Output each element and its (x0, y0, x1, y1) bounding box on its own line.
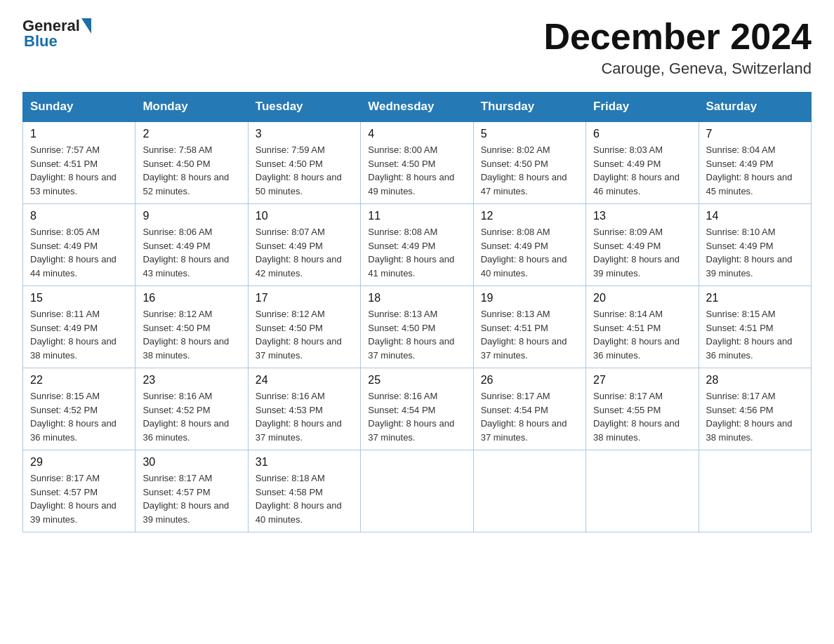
day-number: 28 (706, 374, 804, 387)
calendar-cell: 23 Sunrise: 8:16 AMSunset: 4:52 PMDaylig… (135, 368, 248, 450)
calendar-cell: 3 Sunrise: 7:59 AMSunset: 4:50 PMDayligh… (248, 121, 360, 204)
calendar-cell: 13 Sunrise: 8:09 AMSunset: 4:49 PMDaylig… (586, 204, 699, 286)
day-info: Sunrise: 8:13 AMSunset: 4:51 PMDaylight:… (481, 309, 567, 361)
calendar-cell: 19 Sunrise: 8:13 AMSunset: 4:51 PMDaylig… (473, 286, 585, 368)
day-info: Sunrise: 8:10 AMSunset: 4:49 PMDaylight:… (706, 227, 793, 279)
day-number: 8 (30, 210, 128, 222)
calendar-cell: 12 Sunrise: 8:08 AMSunset: 4:49 PMDaylig… (473, 204, 585, 286)
day-number: 18 (368, 292, 465, 304)
day-info: Sunrise: 8:14 AMSunset: 4:51 PMDaylight:… (593, 309, 680, 361)
day-number: 26 (481, 374, 578, 387)
header-friday: Friday (586, 93, 699, 122)
day-number: 19 (481, 292, 578, 304)
calendar-cell (586, 450, 699, 532)
day-info: Sunrise: 8:06 AMSunset: 4:49 PMDaylight:… (143, 227, 229, 279)
calendar-cell: 1 Sunrise: 7:57 AMSunset: 4:51 PMDayligh… (23, 121, 135, 204)
calendar-cell (699, 450, 811, 532)
day-info: Sunrise: 8:15 AMSunset: 4:52 PMDaylight:… (30, 391, 117, 443)
calendar-cell: 28 Sunrise: 8:17 AMSunset: 4:56 PMDaylig… (699, 368, 811, 450)
logo-blue-text: Blue (24, 32, 58, 51)
day-info: Sunrise: 8:04 AMSunset: 4:49 PMDaylight:… (706, 145, 793, 196)
logo: General Blue (22, 17, 93, 51)
day-info: Sunrise: 8:07 AMSunset: 4:49 PMDaylight:… (256, 227, 342, 279)
day-number: 7 (706, 128, 804, 140)
header-tuesday: Tuesday (248, 93, 360, 122)
calendar-week-row: 29 Sunrise: 8:17 AMSunset: 4:57 PMDaylig… (23, 450, 812, 532)
day-info: Sunrise: 8:15 AMSunset: 4:51 PMDaylight:… (706, 309, 793, 361)
day-info: Sunrise: 8:17 AMSunset: 4:54 PMDaylight:… (481, 391, 567, 443)
calendar-week-row: 15 Sunrise: 8:11 AMSunset: 4:49 PMDaylig… (23, 286, 812, 368)
day-info: Sunrise: 8:16 AMSunset: 4:53 PMDaylight:… (256, 391, 342, 443)
day-number: 4 (368, 128, 465, 140)
day-info: Sunrise: 8:00 AMSunset: 4:50 PMDaylight:… (368, 145, 454, 196)
page-header: General Blue December 2024 Carouge, Gene… (22, 17, 812, 78)
day-info: Sunrise: 8:08 AMSunset: 4:49 PMDaylight:… (481, 227, 567, 279)
calendar-week-row: 8 Sunrise: 8:05 AMSunset: 4:49 PMDayligh… (23, 204, 812, 286)
header-wednesday: Wednesday (361, 93, 473, 122)
day-info: Sunrise: 8:12 AMSunset: 4:50 PMDaylight:… (143, 309, 229, 361)
day-number: 20 (593, 292, 691, 304)
month-title: December 2024 (543, 17, 812, 57)
calendar-cell: 30 Sunrise: 8:17 AMSunset: 4:57 PMDaylig… (135, 450, 248, 532)
calendar-cell: 16 Sunrise: 8:12 AMSunset: 4:50 PMDaylig… (135, 286, 248, 368)
day-info: Sunrise: 8:09 AMSunset: 4:49 PMDaylight:… (593, 227, 680, 279)
day-number: 6 (593, 128, 691, 140)
day-number: 22 (30, 374, 128, 387)
location-text: Carouge, Geneva, Switzerland (543, 60, 812, 78)
day-number: 1 (30, 128, 128, 140)
calendar-cell: 24 Sunrise: 8:16 AMSunset: 4:53 PMDaylig… (248, 368, 360, 450)
day-info: Sunrise: 8:17 AMSunset: 4:57 PMDaylight:… (30, 473, 117, 525)
header-saturday: Saturday (699, 93, 811, 122)
calendar-cell: 29 Sunrise: 8:17 AMSunset: 4:57 PMDaylig… (23, 450, 135, 532)
day-info: Sunrise: 8:08 AMSunset: 4:49 PMDaylight:… (368, 227, 454, 279)
day-number: 14 (706, 210, 804, 222)
day-info: Sunrise: 8:17 AMSunset: 4:57 PMDaylight:… (143, 473, 229, 525)
calendar-cell: 15 Sunrise: 8:11 AMSunset: 4:49 PMDaylig… (23, 286, 135, 368)
day-number: 9 (143, 210, 240, 222)
header-thursday: Thursday (473, 93, 585, 122)
day-number: 10 (256, 210, 353, 222)
calendar-cell: 18 Sunrise: 8:13 AMSunset: 4:50 PMDaylig… (361, 286, 473, 368)
calendar-cell: 6 Sunrise: 8:03 AMSunset: 4:49 PMDayligh… (586, 121, 699, 204)
day-number: 13 (593, 210, 691, 222)
calendar-cell: 20 Sunrise: 8:14 AMSunset: 4:51 PMDaylig… (586, 286, 699, 368)
calendar-cell: 22 Sunrise: 8:15 AMSunset: 4:52 PMDaylig… (23, 368, 135, 450)
day-info: Sunrise: 8:17 AMSunset: 4:56 PMDaylight:… (706, 391, 793, 443)
calendar-cell: 31 Sunrise: 8:18 AMSunset: 4:58 PMDaylig… (248, 450, 360, 532)
day-number: 15 (30, 292, 128, 304)
day-info: Sunrise: 8:16 AMSunset: 4:54 PMDaylight:… (368, 391, 454, 443)
header-monday: Monday (135, 93, 248, 122)
day-number: 25 (368, 374, 465, 387)
calendar-cell: 4 Sunrise: 8:00 AMSunset: 4:50 PMDayligh… (361, 121, 473, 204)
calendar-cell: 5 Sunrise: 8:02 AMSunset: 4:50 PMDayligh… (473, 121, 585, 204)
day-number: 2 (143, 128, 240, 140)
header-sunday: Sunday (23, 93, 135, 122)
day-info: Sunrise: 7:57 AMSunset: 4:51 PMDaylight:… (30, 145, 117, 196)
calendar-cell: 21 Sunrise: 8:15 AMSunset: 4:51 PMDaylig… (699, 286, 811, 368)
calendar-cell: 10 Sunrise: 8:07 AMSunset: 4:49 PMDaylig… (248, 204, 360, 286)
day-number: 11 (368, 210, 465, 222)
day-number: 23 (143, 374, 240, 387)
day-number: 21 (706, 292, 804, 304)
calendar-table: SundayMondayTuesdayWednesdayThursdayFrid… (22, 92, 812, 532)
day-info: Sunrise: 8:11 AMSunset: 4:49 PMDaylight:… (30, 309, 117, 361)
day-number: 17 (256, 292, 353, 304)
calendar-cell: 14 Sunrise: 8:10 AMSunset: 4:49 PMDaylig… (699, 204, 811, 286)
day-info: Sunrise: 8:02 AMSunset: 4:50 PMDaylight:… (481, 145, 567, 196)
calendar-cell: 11 Sunrise: 8:08 AMSunset: 4:49 PMDaylig… (361, 204, 473, 286)
calendar-cell: 7 Sunrise: 8:04 AMSunset: 4:49 PMDayligh… (699, 121, 811, 204)
calendar-cell (361, 450, 473, 532)
day-info: Sunrise: 8:18 AMSunset: 4:58 PMDaylight:… (256, 473, 342, 525)
calendar-week-row: 22 Sunrise: 8:15 AMSunset: 4:52 PMDaylig… (23, 368, 812, 450)
calendar-cell: 27 Sunrise: 8:17 AMSunset: 4:55 PMDaylig… (586, 368, 699, 450)
day-number: 29 (30, 456, 128, 469)
calendar-week-row: 1 Sunrise: 7:57 AMSunset: 4:51 PMDayligh… (23, 121, 812, 204)
calendar-cell: 17 Sunrise: 8:12 AMSunset: 4:50 PMDaylig… (248, 286, 360, 368)
day-number: 12 (481, 210, 578, 222)
day-number: 27 (593, 374, 691, 387)
calendar-cell: 2 Sunrise: 7:58 AMSunset: 4:50 PMDayligh… (135, 121, 248, 204)
day-number: 24 (256, 374, 353, 387)
day-info: Sunrise: 8:05 AMSunset: 4:49 PMDaylight:… (30, 227, 117, 279)
day-number: 3 (256, 128, 353, 140)
day-info: Sunrise: 8:13 AMSunset: 4:50 PMDaylight:… (368, 309, 454, 361)
